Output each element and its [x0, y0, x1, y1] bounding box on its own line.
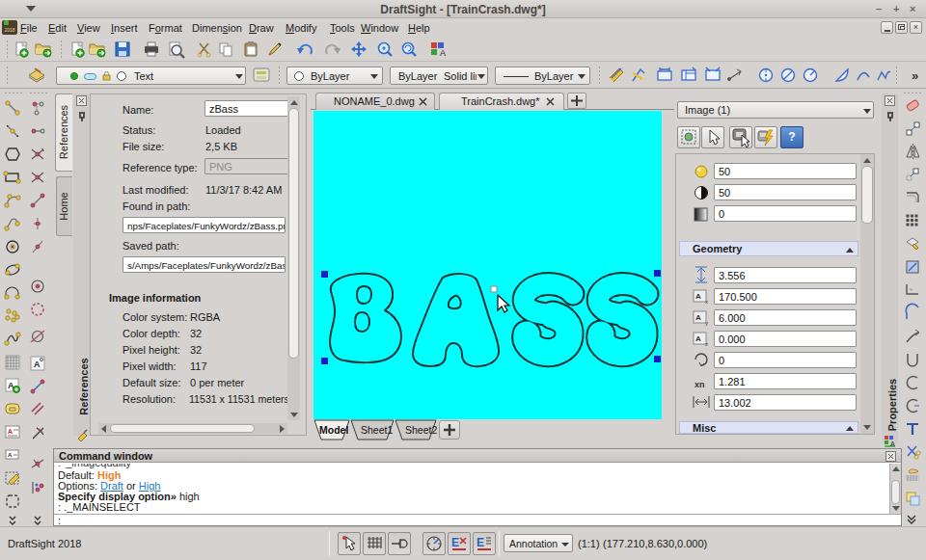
svg-text:E: E [477, 536, 484, 549]
svg-text:E: E [451, 536, 459, 549]
svg-text:z: z [705, 341, 708, 347]
svg-text:x: x [705, 299, 708, 305]
svg-text:A: A [890, 440, 895, 447]
svg-text:A: A [695, 334, 701, 343]
svg-text:A: A [8, 452, 13, 458]
svg-text:A: A [8, 428, 13, 435]
svg-text:A: A [695, 313, 701, 322]
svg-text:xn: xn [694, 380, 705, 389]
svg-text:A: A [440, 48, 446, 58]
svg-text:y: y [705, 320, 708, 326]
svg-text:A: A [695, 292, 701, 301]
svg-text:A: A [34, 360, 41, 369]
svg-text:»: » [912, 68, 918, 83]
